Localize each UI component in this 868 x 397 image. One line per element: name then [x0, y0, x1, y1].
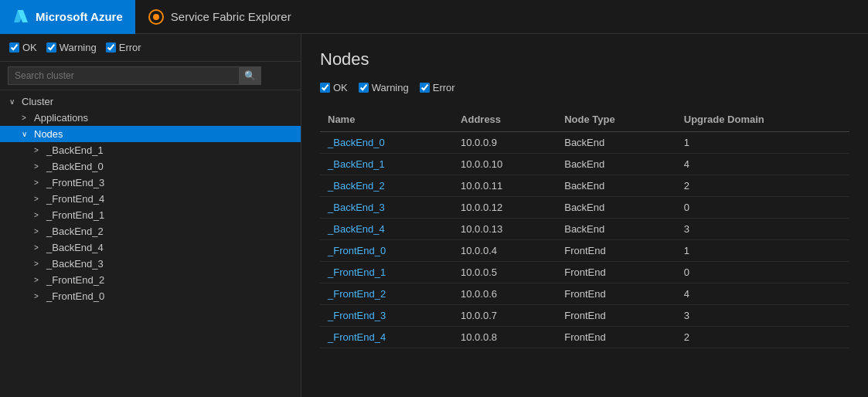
col-address: Address	[453, 107, 557, 132]
cell-upgrade-domain: 0	[676, 262, 849, 283]
azure-label: Microsoft Azure	[36, 10, 123, 23]
node-link[interactable]: _BackEnd_0	[328, 137, 385, 148]
cell-upgrade-domain: 4	[676, 154, 849, 175]
content-filter-ok[interactable]: OK	[320, 82, 348, 93]
tree-arrow: >	[34, 292, 43, 300]
sidebar-filter-ok[interactable]: OK	[9, 42, 37, 53]
content-warning-checkbox[interactable]	[359, 83, 369, 93]
cell-node-type: BackEnd	[557, 132, 676, 154]
tree-item-_frontend_2[interactable]: >_FrontEnd_2	[0, 272, 301, 288]
cell-address: 10.0.0.8	[453, 327, 557, 348]
sidebar-ok-checkbox[interactable]	[9, 42, 19, 53]
table-row: _BackEnd_0 10.0.0.9 BackEnd 1	[320, 132, 849, 154]
tree-item-_backend_0[interactable]: >_BackEnd_0	[0, 158, 301, 175]
cell-name[interactable]: _BackEnd_3	[320, 197, 453, 219]
tree-item-_frontend_0[interactable]: >_FrontEnd_0	[0, 288, 301, 304]
tree-label: Nodes	[34, 128, 63, 140]
node-link[interactable]: _FrontEnd_4	[328, 331, 386, 343]
cell-upgrade-domain: 1	[676, 132, 849, 154]
content-filter-bar: OK Warning Error	[320, 82, 849, 93]
search-input[interactable]	[8, 66, 240, 85]
tree-arrow: >	[34, 211, 43, 219]
tree-label: _FrontEnd_4	[46, 193, 104, 205]
cell-name[interactable]: _BackEnd_0	[320, 132, 453, 154]
cell-address: 10.0.0.9	[453, 132, 557, 154]
content-error-checkbox[interactable]	[420, 83, 430, 93]
cell-upgrade-domain: 2	[676, 327, 849, 348]
tree-item-_frontend_1[interactable]: >_FrontEnd_1	[0, 207, 301, 223]
cell-node-type: FrontEnd	[557, 305, 676, 327]
sidebar-filter-warning[interactable]: Warning	[46, 42, 97, 53]
cell-name[interactable]: _FrontEnd_2	[320, 283, 453, 305]
cell-upgrade-domain: 4	[676, 283, 849, 305]
sidebar-ok-label: OK	[22, 42, 37, 53]
tree-arrow: >	[22, 114, 31, 122]
tree-arrow: >	[34, 276, 43, 284]
cell-address: 10.0.0.4	[453, 240, 557, 262]
tree-item-applications[interactable]: >Applications	[0, 110, 301, 126]
table-row: _FrontEnd_2 10.0.0.6 FrontEnd 4	[320, 283, 849, 305]
tree-item-nodes[interactable]: ∨Nodes	[0, 126, 301, 142]
node-link[interactable]: _FrontEnd_3	[328, 310, 386, 321]
table-row: _BackEnd_4 10.0.0.13 BackEnd 3	[320, 219, 849, 240]
app-title-bar: Service Fabric Explorer	[135, 8, 291, 25]
tree-item-_frontend_3[interactable]: >_FrontEnd_3	[0, 175, 301, 191]
node-link[interactable]: _BackEnd_3	[328, 202, 385, 213]
cell-name[interactable]: _BackEnd_2	[320, 175, 453, 197]
tree-arrow: ∨	[22, 130, 31, 138]
tree-arrow: >	[34, 195, 43, 203]
cell-upgrade-domain: 3	[676, 305, 849, 327]
content-filter-warning[interactable]: Warning	[359, 82, 409, 93]
nodes-tbody: _BackEnd_0 10.0.0.9 BackEnd 1 _BackEnd_1…	[320, 132, 849, 348]
cell-node-type: BackEnd	[557, 175, 676, 197]
sidebar: OK Warning Error 🔍 ∨Cluster>Applications…	[0, 34, 301, 397]
cell-name[interactable]: _FrontEnd_4	[320, 327, 453, 348]
cell-name[interactable]: _FrontEnd_1	[320, 262, 453, 283]
cell-node-type: BackEnd	[557, 219, 676, 240]
top-bar: Microsoft Azure Service Fabric Explorer	[0, 0, 868, 34]
sidebar-error-label: Error	[119, 42, 141, 53]
node-link[interactable]: _BackEnd_1	[328, 158, 385, 170]
search-bar: 🔍	[0, 62, 301, 90]
tree-item-_backend_4[interactable]: >_BackEnd_4	[0, 239, 301, 256]
cell-address: 10.0.0.13	[453, 219, 557, 240]
cell-address: 10.0.0.12	[453, 197, 557, 219]
sidebar-warning-label: Warning	[60, 42, 97, 53]
cell-upgrade-domain: 1	[676, 240, 849, 262]
cell-name[interactable]: _BackEnd_1	[320, 154, 453, 175]
node-link[interactable]: _FrontEnd_0	[328, 245, 386, 256]
cell-name[interactable]: _FrontEnd_0	[320, 240, 453, 262]
tree-label: _BackEnd_1	[46, 144, 104, 156]
node-link[interactable]: _FrontEnd_1	[328, 266, 386, 278]
azure-logo: Microsoft Azure	[0, 0, 135, 34]
cell-address: 10.0.0.5	[453, 262, 557, 283]
tree-arrow: >	[34, 260, 43, 268]
cell-name[interactable]: _FrontEnd_3	[320, 305, 453, 327]
node-link[interactable]: _BackEnd_4	[328, 223, 385, 235]
sidebar-filter-bar: OK Warning Error	[0, 34, 301, 62]
cell-upgrade-domain: 0	[676, 197, 849, 219]
main-area: OK Warning Error 🔍 ∨Cluster>Applications…	[0, 34, 868, 397]
sidebar-filter-error[interactable]: Error	[106, 42, 141, 53]
table-row: _FrontEnd_1 10.0.0.5 FrontEnd 0	[320, 262, 849, 283]
tree-label: Cluster	[22, 96, 53, 107]
tree-item-_backend_3[interactable]: >_BackEnd_3	[0, 256, 301, 272]
col-name: Name	[320, 107, 453, 132]
tree-item-_backend_1[interactable]: >_BackEnd_1	[0, 142, 301, 158]
content-ok-checkbox[interactable]	[320, 83, 330, 93]
cell-node-type: FrontEnd	[557, 240, 676, 262]
sidebar-warning-checkbox[interactable]	[46, 42, 56, 53]
cell-node-type: BackEnd	[557, 154, 676, 175]
cell-upgrade-domain: 3	[676, 219, 849, 240]
node-link[interactable]: _BackEnd_2	[328, 180, 385, 192]
tree-arrow: >	[34, 243, 43, 252]
tree-label: _FrontEnd_1	[46, 209, 104, 221]
node-link[interactable]: _FrontEnd_2	[328, 288, 386, 300]
cell-name[interactable]: _BackEnd_4	[320, 219, 453, 240]
tree-item-cluster[interactable]: ∨Cluster	[0, 93, 301, 110]
content-filter-error[interactable]: Error	[420, 82, 455, 93]
sidebar-error-checkbox[interactable]	[106, 42, 116, 53]
tree-item-_frontend_4[interactable]: >_FrontEnd_4	[0, 191, 301, 207]
tree-arrow: >	[34, 146, 43, 154]
tree-item-_backend_2[interactable]: >_BackEnd_2	[0, 223, 301, 239]
